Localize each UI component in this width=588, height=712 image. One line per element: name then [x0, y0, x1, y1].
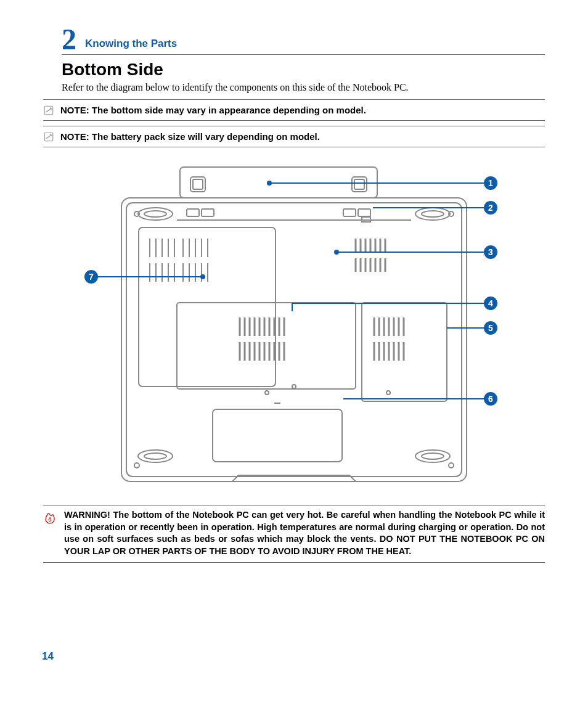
svg-rect-4 — [193, 179, 203, 189]
warning-block: WARNING! The bottom of the Notebook PC c… — [43, 505, 545, 563]
chapter-title: Knowing the Parts — [85, 38, 177, 50]
note-block-2: NOTE: The battery pack size will vary de… — [43, 126, 545, 147]
laptop-bottom-illustration — [78, 160, 510, 493]
callout-line — [98, 276, 202, 277]
callout-5: 5 — [484, 321, 497, 335]
callout-line — [292, 303, 293, 311]
document-page: 2 Knowing the Parts Bottom Side Refer to… — [0, 0, 588, 712]
note-text: NOTE: The battery pack size will vary de… — [60, 130, 320, 143]
svg-rect-24 — [358, 209, 370, 216]
svg-point-20 — [422, 453, 444, 459]
diagram-bottom-side: 1 2 3 4 5 6 7 — [78, 160, 510, 493]
svg-point-18 — [144, 453, 166, 459]
note-text: NOTE: The bottom side may vary in appear… — [60, 104, 366, 117]
callout-line — [338, 252, 484, 253]
svg-rect-22 — [202, 209, 214, 216]
svg-rect-7 — [121, 198, 467, 481]
chapter-number: 2 — [62, 25, 76, 54]
callout-6: 6 — [484, 392, 497, 406]
svg-rect-23 — [343, 209, 356, 216]
section-intro: Refer to the diagram below to identify t… — [62, 82, 545, 93]
note-block-1: NOTE: The bottom side may vary in appear… — [43, 99, 545, 121]
svg-point-98 — [265, 391, 269, 395]
page-number: 14 — [42, 650, 54, 663]
callout-line — [373, 207, 484, 208]
callout-2: 2 — [484, 201, 497, 215]
svg-point-102 — [292, 385, 296, 388]
callout-3: 3 — [484, 245, 497, 259]
hot-warning-icon — [43, 510, 57, 524]
callout-dot — [200, 274, 205, 279]
svg-point-14 — [144, 211, 166, 217]
svg-rect-21 — [187, 209, 199, 216]
section-title: Bottom Side — [62, 60, 545, 80]
chapter-header: 2 Knowing the Parts — [62, 25, 545, 55]
callout-1: 1 — [484, 176, 497, 190]
callout-7: 7 — [84, 270, 98, 284]
svg-point-19 — [415, 450, 450, 462]
svg-point-99 — [386, 391, 390, 395]
svg-rect-100 — [213, 409, 342, 462]
svg-point-11 — [134, 463, 139, 468]
callout-line — [343, 398, 484, 399]
svg-rect-6 — [354, 179, 364, 189]
svg-point-16 — [422, 211, 444, 217]
callout-4: 4 — [484, 297, 497, 310]
callout-line — [292, 303, 484, 304]
svg-rect-62 — [177, 303, 356, 389]
callout-line — [447, 327, 484, 329]
note-icon — [43, 131, 54, 142]
warning-text: WARNING! The bottom of the Notebook PC c… — [64, 509, 545, 557]
svg-point-13 — [138, 208, 173, 220]
note-icon — [43, 105, 54, 116]
svg-point-17 — [138, 450, 173, 462]
svg-point-12 — [449, 463, 454, 468]
callout-line — [271, 182, 484, 184]
svg-point-15 — [415, 208, 450, 220]
